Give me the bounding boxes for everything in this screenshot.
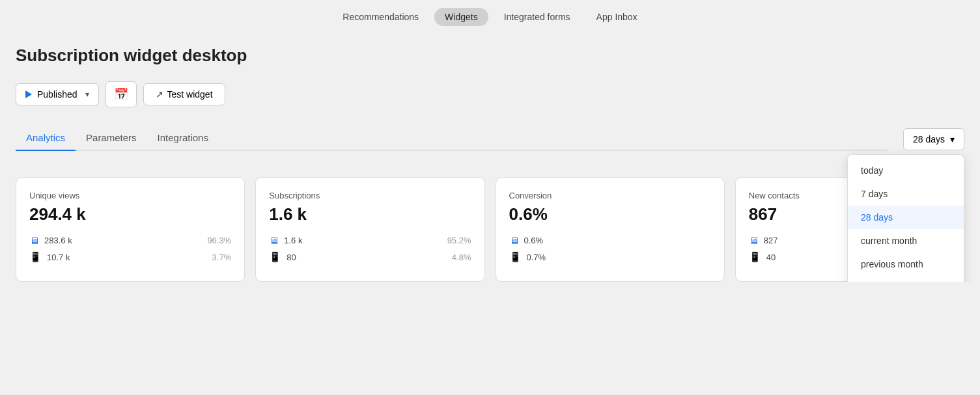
- stat-value-unique-views: 294.4 k: [29, 204, 231, 225]
- nav-recommendations[interactable]: Recommendations: [332, 8, 429, 26]
- time-dropdown-menu: today 7 days 28 days current month previ…: [847, 154, 964, 282]
- stat-detail-mobile-subscriptions: 📱 80 4.8%: [269, 251, 471, 263]
- stat-desktop-value: 1.6 k: [284, 236, 302, 245]
- time-option-current-month[interactable]: current month: [848, 229, 964, 252]
- stat-label-conversion: Conversion: [509, 191, 711, 200]
- stat-detail-desktop-unique-views: 🖥 283.6 k 96.3%: [29, 235, 231, 246]
- stat-card-conversion: Conversion 0.6% 🖥 0.6% 📱 0.7%: [496, 177, 725, 282]
- time-option-previous-month[interactable]: previous month: [848, 252, 964, 276]
- stat-mobile-value: 80: [287, 252, 296, 262]
- mobile-icon: 📱: [509, 251, 522, 263]
- calendar-icon: 📅: [114, 87, 128, 102]
- arrow-icon: ↗: [156, 89, 163, 100]
- time-option-7days[interactable]: 7 days: [848, 182, 964, 206]
- mobile-icon: 📱: [269, 251, 281, 263]
- status-label: Published: [37, 89, 77, 100]
- page-content: Subscription widget desktop Published ▾ …: [0, 33, 980, 282]
- time-controls: 28 days ▾ today 7 days 28 days current m…: [903, 126, 964, 150]
- top-navigation: Recommendations Widgets Integrated forms…: [0, 0, 980, 33]
- desktop-icon: 🖥: [749, 235, 759, 246]
- stat-desktop-pct: 96.3%: [207, 236, 231, 245]
- play-icon: [25, 90, 32, 98]
- stat-label-subscriptions: Subscriptions: [269, 191, 471, 200]
- time-option-all-time[interactable]: all the time: [848, 276, 964, 282]
- analytics-header: Analytics Parameters Integrations 28 day…: [16, 126, 964, 164]
- time-option-today[interactable]: today: [848, 159, 964, 182]
- test-widget-label: Test widget: [167, 89, 213, 100]
- page-title: Subscription widget desktop: [16, 46, 964, 66]
- status-dropdown[interactable]: Published ▾: [16, 83, 99, 105]
- tab-integrations[interactable]: Integrations: [147, 126, 219, 151]
- stat-desktop-value: 0.6%: [524, 236, 544, 245]
- time-dropdown-button[interactable]: 28 days ▾: [903, 128, 964, 150]
- stat-desktop-value: 283.6 k: [44, 236, 72, 245]
- calendar-button[interactable]: 📅: [105, 81, 137, 107]
- stat-detail-mobile-conversion: 📱 0.7%: [509, 251, 711, 263]
- desktop-icon: 🖥: [29, 235, 39, 246]
- stat-detail-mobile-unique-views: 📱 10.7 k 3.7%: [29, 251, 231, 263]
- stat-card-subscriptions: Subscriptions 1.6 k 🖥 1.6 k 95.2% 📱 80 4…: [255, 177, 484, 282]
- mobile-icon: 📱: [749, 251, 761, 263]
- nav-widgets[interactable]: Widgets: [434, 8, 488, 26]
- stat-value-conversion: 0.6%: [509, 204, 711, 225]
- stat-mobile-pct: 4.8%: [452, 252, 471, 262]
- stats-row: Unique views 294.4 k 🖥 283.6 k 96.3% 📱 1…: [16, 177, 964, 282]
- stat-mobile-pct: 3.7%: [212, 252, 232, 262]
- chevron-down-icon: ▾: [85, 90, 89, 99]
- desktop-icon: 🖥: [509, 235, 519, 246]
- stat-detail-desktop-subscriptions: 🖥 1.6 k 95.2%: [269, 235, 471, 246]
- chevron-down-icon: ▾: [950, 134, 955, 144]
- stat-value-subscriptions: 1.6 k: [269, 204, 471, 225]
- stat-detail-desktop-conversion: 🖥 0.6%: [509, 235, 711, 246]
- tab-analytics[interactable]: Analytics: [16, 126, 76, 151]
- test-widget-button[interactable]: ↗ Test widget: [143, 83, 225, 105]
- toolbar: Published ▾ 📅 ↗ Test widget: [16, 81, 964, 107]
- stat-desktop-value: 827: [764, 236, 778, 245]
- time-option-28days[interactable]: 28 days: [848, 206, 964, 229]
- desktop-icon: 🖥: [269, 235, 279, 246]
- stat-mobile-value: 10.7 k: [47, 252, 70, 262]
- stat-mobile-value: 0.7%: [527, 252, 546, 262]
- nav-integrated-forms[interactable]: Integrated forms: [494, 8, 581, 26]
- stat-label-unique-views: Unique views: [29, 191, 231, 200]
- mobile-icon: 📱: [29, 251, 42, 263]
- nav-app-inbox[interactable]: App Inbox: [586, 8, 648, 26]
- tabs: Analytics Parameters Integrations: [16, 126, 888, 151]
- stat-desktop-pct: 95.2%: [447, 236, 471, 245]
- stat-mobile-value: 40: [766, 252, 776, 262]
- tab-parameters[interactable]: Parameters: [76, 126, 147, 151]
- stat-card-unique-views: Unique views 294.4 k 🖥 283.6 k 96.3% 📱 1…: [16, 177, 245, 282]
- time-selected-label: 28 days: [913, 134, 945, 144]
